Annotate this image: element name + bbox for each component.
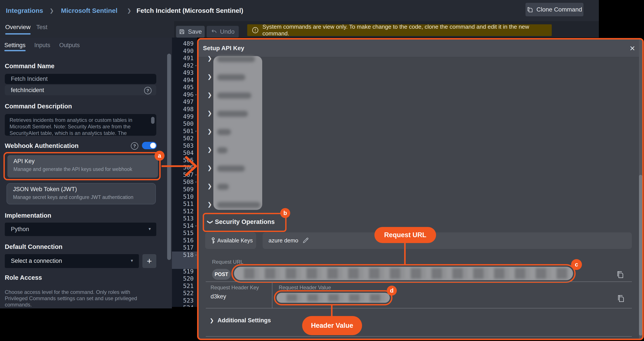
app-root: Integrations ❯ Microsoft Sentinel ❯ Fetc… — [0, 0, 644, 341]
request-url-callout-line — [404, 243, 406, 265]
annotation-badge-c: c — [571, 259, 582, 270]
header-value-callout-line — [331, 305, 332, 316]
annotation-badge-b: b — [280, 208, 290, 218]
annotation-badge-d: d — [387, 286, 397, 296]
header-value-callout: Header Value — [302, 316, 362, 335]
request-url-callout: Request URL — [374, 227, 436, 243]
annotation-arrow-a — [0, 0, 644, 341]
annotation-badge-a: a — [154, 151, 164, 161]
